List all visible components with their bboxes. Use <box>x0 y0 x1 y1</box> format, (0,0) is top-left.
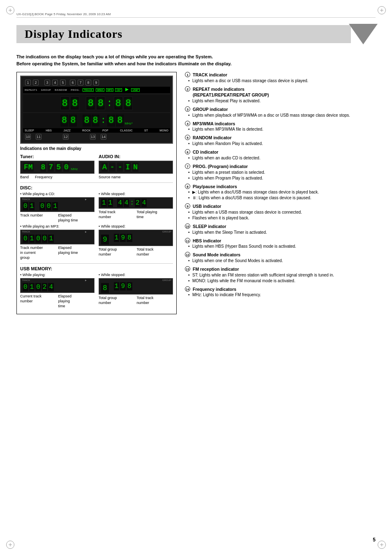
usb-elapsed-d3: 4 <box>48 283 54 291</box>
ind-circle-13: 13 <box>185 266 190 272</box>
disc-stopped-d2: 1 <box>108 199 113 207</box>
tuner-display: FM 8 7 5 0 MHz <box>20 161 95 174</box>
track-indicator: TRACK <box>83 88 94 92</box>
indicator-14-bullets: MHz: Lights to indicate FM frequency. <box>192 292 376 298</box>
usb-playing-captions: Current tracknumber Elapsedplayingtime <box>20 294 95 309</box>
indicator-2: 2 REPEAT mode indicators(REPEAT1/REPEAT/… <box>185 86 376 104</box>
page-number: 5 <box>373 537 376 543</box>
indicator-4: 4 MP3/WMA indicators Lights when MP3/WMA… <box>185 121 376 133</box>
disc-total-track-cap: Total tracknumber <box>99 210 135 219</box>
corner-top-right <box>378 6 386 14</box>
audio-in-a: A <box>101 163 108 172</box>
indicator-10-bullets: Lights when the Sleep Timer is activated… <box>192 230 376 235</box>
disc-elapsed-label-text: Elapsedplaying time <box>58 213 78 222</box>
mp3-group-cap: Total groupnumber <box>99 247 135 257</box>
indicator-num-6: 6 <box>70 80 76 85</box>
ind-circle-6: 6 <box>185 149 190 154</box>
audio-in-i: I <box>125 163 131 172</box>
disc-total-playing-text: Total playingtime <box>137 210 157 219</box>
usb-total-d1: 1 <box>114 282 120 290</box>
divider-1 <box>20 182 173 183</box>
lcd-digit-group-2: 8 8 : 8 8 <box>86 97 133 110</box>
indicators-list: 1 TRACK indicator Lights when a disc or … <box>185 72 376 298</box>
indicator-3: 3 GROUP indicator Lights when playback o… <box>185 106 376 118</box>
indicator-10: 10 SLEEP indicator Lights when the Sleep… <box>185 223 376 235</box>
audio-in-box: AUDIO IN: A - - I N Source name <box>99 154 173 179</box>
indicator-11-title: HBS indicator <box>193 238 221 244</box>
mp3-group-label-text: Total groupnumber <box>99 247 117 256</box>
ind-circle-3: 3 <box>185 106 190 112</box>
indicator-num-5: 5 <box>60 80 66 85</box>
indicator-4-title: MP3/WMA indicators <box>193 121 235 127</box>
ind-9-bullet-2: Flashes when it is played back. <box>192 215 376 221</box>
play-small: ▶ <box>85 198 87 200</box>
ind-7-bullet-1: Lights when a preset station is selected… <box>192 170 376 175</box>
indicator-14-title: Frequency indicators <box>193 286 236 292</box>
usb-elapsed-cap: Elapsedplayingtime <box>58 294 95 309</box>
title-triangle <box>351 23 376 45</box>
ind-circle-11: 11 <box>185 238 190 243</box>
ind-circle-10: 10 <box>185 223 190 229</box>
ind-1-bullet-1: Lights when a disc or USB mass storage c… <box>192 78 376 84</box>
usb-total-d2: 9 <box>120 282 126 290</box>
ind-3-bullet-1: Lights when playback of MP3/WMA on a dis… <box>192 113 376 118</box>
indicator-14-header: 14 Frequency indicators <box>185 286 376 292</box>
disc-stopped-d3: 4 <box>117 199 123 207</box>
indicator-num-10: 10 <box>25 134 31 140</box>
disc-elapsed-d2: 0 <box>46 202 52 210</box>
indicator-num-1: 1 <box>25 80 31 85</box>
ind-13-bullet-2: MONO: Lights while the FM monaural mode … <box>192 278 376 284</box>
audio-in-captions: Source name <box>99 175 173 179</box>
repeat1-label: REPEAT1 <box>25 89 37 91</box>
usb-total-track-text: Total tracknumber <box>137 296 154 305</box>
usb-playing-display: TRACK ▶ 0 1 0 2 4 <box>20 278 95 293</box>
indicator-num-8: 8 <box>85 80 91 85</box>
lcd-digit-row2b: 8 8 : 8 8 MHz* <box>83 115 133 127</box>
usb-track-label-text: Current tracknumber <box>20 294 42 303</box>
disc-cd-stopped: • While stopped: 1 1 4 4 : 2 4 <box>99 192 173 223</box>
ind-14-bullet-1: MHz: Lights to indicate FM frequency. <box>192 292 376 298</box>
indicator-4-header: 4 MP3/WMA indicators <box>185 121 376 127</box>
indicator-1-header: 1 TRACK indicator <box>185 72 376 78</box>
indicator-14: 14 Frequency indicators MHz: Lights to i… <box>185 286 376 298</box>
usb-elapsed-d1: 0 <box>35 283 41 291</box>
ind-circle-2: 2 <box>185 86 190 92</box>
svg-marker-0 <box>125 88 129 91</box>
usb-playing: • While playing: TRACK ▶ 0 1 0 2 4 <box>20 273 95 309</box>
disc-stopped-d4: 4 <box>124 199 129 207</box>
intro-line2: Before operating the System, be familiar… <box>16 60 376 67</box>
usb-stopped-display: GROUP 8 1 9 8 <box>99 278 173 295</box>
classic-ind: CLASSIC <box>120 129 133 132</box>
usb-group-cap: Total groupnumber <box>99 296 135 305</box>
disc-total-playing-cap: Total playingtime <box>137 210 173 219</box>
usb-track-d2: 1 <box>29 283 35 291</box>
sleep-ind: SLEEP <box>25 129 34 132</box>
indicator-3-header: 3 GROUP indicator <box>185 106 376 113</box>
indicator-11-header: 11 HBS indicator <box>185 238 376 244</box>
mp3-stopped-captions: Total groupnumber Total tracknumber <box>99 247 173 257</box>
disc-track-cap: Track number <box>20 213 57 223</box>
display-diagram: 1 2 3 4 5 6 7 8 9 <box>16 72 177 314</box>
indicator-num-2: 2 <box>33 80 39 85</box>
doc-header: UX-G210[J].BOOK Page 5 Friday, November … <box>16 12 376 18</box>
disc-track-label-text: Track number <box>20 213 43 217</box>
mhz-label: MHz* <box>125 122 133 125</box>
ind-circle-9: 9 <box>185 203 190 209</box>
indicator-12-title: Sound Mode indicators <box>193 252 240 258</box>
jazz-ind: JAZZ <box>63 129 71 132</box>
usb-group-label-text: Total groupnumber <box>99 296 117 305</box>
title-box: Display Indicators <box>16 25 351 43</box>
lcd-labels-row: REPEAT1 GROUP RANDOM PROG. TRACK WMA MP3… <box>23 87 170 93</box>
ind-11-bullet-1: Lights when HBS (Hyper Bass Sound) mode … <box>192 244 376 249</box>
lcd-digit-c: 8 <box>86 97 95 110</box>
left-column: 1 2 3 4 5 6 7 8 9 <box>16 72 177 318</box>
indicator-13-header: 13 FM reception indicator <box>185 266 376 272</box>
ind-circle-12: 12 <box>185 252 190 257</box>
indicator-8-title: Play/pause indicators <box>193 184 237 190</box>
usb-stopped: • While stopped: GROUP 8 1 9 8 Total gro… <box>99 273 173 309</box>
mp3-elapsed-label-text: Elapsedplaying time <box>58 246 78 255</box>
header-text: UX-G210[J].BOOK Page 5 Friday, November … <box>16 12 111 16</box>
disc-playing-label: • While playing a CD: <box>20 192 95 196</box>
tuner-freq-3: 5 <box>55 163 62 172</box>
usb-track-d1: 0 <box>23 283 28 291</box>
